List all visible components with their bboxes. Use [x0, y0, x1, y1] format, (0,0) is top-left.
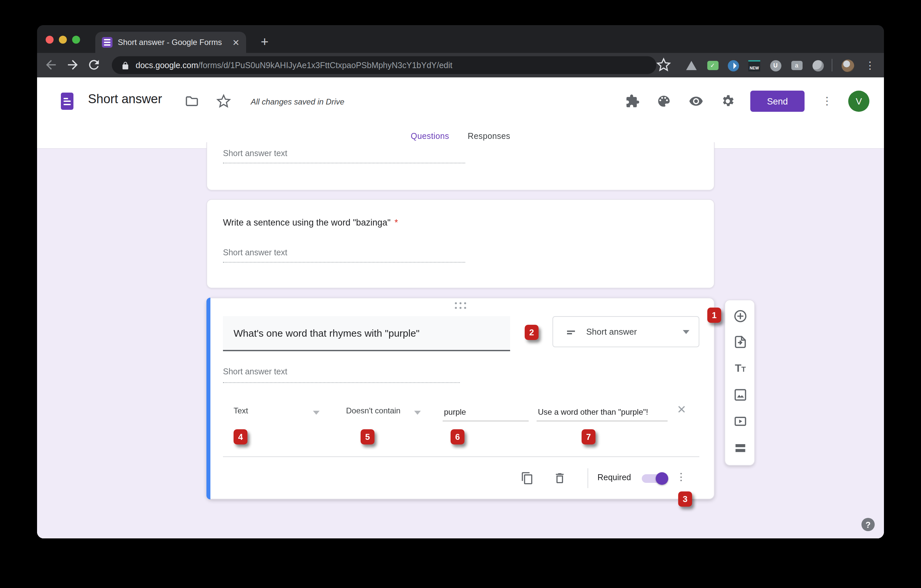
browser-profile-avatar[interactable]: [840, 58, 855, 73]
browser-menu-icon[interactable]: ⋮: [863, 58, 877, 73]
toolbar-divider: [832, 59, 832, 71]
screen: Short answer - Google Forms ✕ + docs.goo…: [0, 0, 921, 588]
theme-palette-icon[interactable]: [656, 94, 671, 109]
toggle-knob: [656, 472, 668, 485]
move-to-folder-icon[interactable]: [185, 94, 199, 109]
required-toggle[interactable]: [642, 474, 667, 483]
browser-toolbar: docs.google.com/forms/d/1PuS0uN9kAHIJyAe…: [37, 53, 884, 77]
add-video-icon[interactable]: [733, 414, 748, 429]
forms-header: Short answer All changes saved in Drive …: [37, 77, 884, 125]
tab-close-icon[interactable]: ✕: [232, 37, 239, 47]
add-image-icon[interactable]: [733, 388, 748, 402]
extension-u-icon[interactable]: U: [768, 58, 783, 73]
url-path: /forms/d/1PuS0uN9kAHIJyAe1x3FttCtxpaoPSb…: [198, 60, 452, 70]
import-questions-icon[interactable]: [733, 335, 748, 349]
google-forms-page: Short answer All changes saved in Drive …: [37, 77, 884, 538]
extension-mail-icon[interactable]: ✓: [705, 58, 720, 73]
active-card-accent: [207, 298, 210, 499]
url-bar[interactable]: docs.google.com/forms/d/1PuS0uN9kAHIJyAe…: [112, 56, 656, 74]
extension-chat-icon[interactable]: a: [789, 58, 804, 73]
question-text-input[interactable]: What's one word that rhymes with "purple…: [223, 316, 510, 351]
drag-handle[interactable]: [455, 302, 466, 309]
forward-icon[interactable]: [65, 58, 80, 72]
footer-divider: [587, 468, 588, 488]
more-options-icon[interactable]: ⋮: [822, 94, 831, 109]
annotation-badge-2: 2: [525, 325, 539, 340]
validation-value-input[interactable]: purple: [443, 404, 529, 421]
browser-window: Short answer - Google Forms ✕ + docs.goo…: [37, 25, 884, 538]
new-tab-button[interactable]: +: [255, 33, 274, 52]
lock-icon: [121, 61, 130, 70]
zoom-window-button[interactable]: [72, 36, 80, 44]
settings-gear-icon[interactable]: [721, 94, 735, 109]
extension-new-icon[interactable]: NEW: [747, 58, 762, 73]
form-title[interactable]: Short answer: [88, 92, 162, 107]
answer-underline: [223, 262, 465, 263]
required-label: Required: [597, 473, 631, 482]
remove-validation-icon[interactable]: ✕: [677, 403, 687, 417]
close-window-button[interactable]: [46, 36, 54, 44]
question-card-active[interactable]: What's one word that rhymes with "purple…: [207, 298, 714, 499]
floating-toolbar: TT: [724, 300, 755, 466]
bookmark-star-icon[interactable]: [656, 58, 671, 72]
forms-logo-icon[interactable]: [61, 93, 73, 110]
answer-underline: [223, 163, 465, 163]
chevron-down-icon[interactable]: [414, 411, 421, 415]
extension-compass-icon[interactable]: [726, 58, 740, 73]
star-form-icon[interactable]: [216, 94, 231, 109]
reload-icon[interactable]: [87, 58, 101, 72]
question-more-options-icon[interactable]: ⋮: [676, 470, 685, 484]
google-forms-favicon-icon: [102, 37, 112, 48]
answer-placeholder: Short answer text: [223, 367, 288, 376]
question-card-bazinga[interactable]: Write a sentence using the word "bazinga…: [207, 199, 714, 288]
required-asterisk: *: [394, 218, 398, 227]
send-button[interactable]: Send: [750, 91, 805, 112]
chevron-down-icon: [683, 330, 690, 334]
card-footer-divider: [223, 456, 699, 457]
addons-puzzle-icon[interactable]: [625, 94, 640, 109]
back-icon[interactable]: [44, 58, 58, 72]
annotation-badge-4: 4: [234, 429, 247, 445]
url-domain: docs.google.com: [136, 60, 198, 70]
add-section-icon[interactable]: [733, 440, 748, 455]
question-card-partial[interactable]: Short answer text: [207, 142, 714, 190]
annotation-badge-7: 7: [582, 429, 596, 445]
form-content: Short answer text Write a sentence using…: [37, 149, 884, 538]
answer-underline: [223, 382, 460, 383]
browser-tabstrip: Short answer - Google Forms ✕ +: [37, 25, 884, 53]
delete-trash-icon[interactable]: [553, 472, 566, 485]
question-type-label: Short answer: [586, 327, 674, 337]
add-title-description-icon[interactable]: TT: [733, 361, 748, 376]
extension-moon-icon[interactable]: [810, 58, 825, 73]
minimize-window-button[interactable]: [59, 36, 67, 44]
preview-eye-icon[interactable]: [689, 94, 703, 109]
validation-error-text-input[interactable]: Use a word other than "purple"!: [537, 404, 667, 421]
question-type-dropdown[interactable]: Short answer: [552, 316, 699, 347]
url-text: docs.google.com/forms/d/1PuS0uN9kAHIJyAe…: [136, 60, 452, 70]
annotation-badge-6: 6: [451, 429, 464, 445]
browser-tab[interactable]: Short answer - Google Forms ✕: [95, 32, 246, 53]
validation-kind-dropdown[interactable]: Text: [234, 406, 248, 415]
account-avatar[interactable]: V: [848, 91, 869, 112]
extension-drive-icon[interactable]: [684, 58, 699, 73]
annotation-badge-3: 3: [678, 491, 692, 507]
macos-traffic-lights: [46, 36, 80, 44]
annotation-badge-5: 5: [361, 429, 374, 445]
answer-placeholder: Short answer text: [223, 149, 288, 158]
tab-title: Short answer - Google Forms: [118, 38, 227, 47]
help-button[interactable]: ?: [861, 518, 875, 531]
add-question-icon[interactable]: [733, 309, 748, 323]
chevron-down-icon[interactable]: [313, 411, 320, 415]
validation-condition-dropdown[interactable]: Doesn't contain: [346, 406, 400, 415]
duplicate-icon[interactable]: [521, 472, 534, 485]
question-title: Write a sentence using the word "bazinga…: [223, 218, 398, 227]
annotation-badge-1: 1: [707, 307, 721, 323]
short-answer-icon: [565, 326, 577, 338]
answer-placeholder: Short answer text: [223, 248, 288, 257]
saved-status: All changes saved in Drive: [251, 97, 344, 107]
